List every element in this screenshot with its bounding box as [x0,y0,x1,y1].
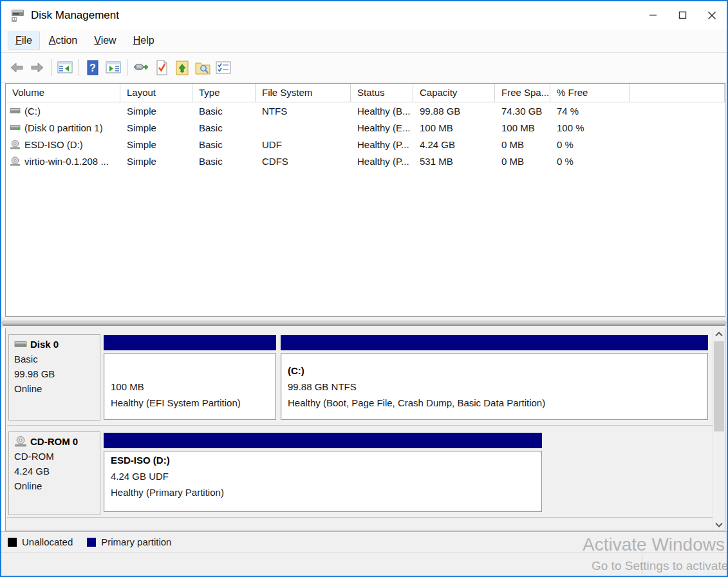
close-button[interactable] [697,1,727,29]
partition-efi[interactable]: 100 MB Healthy (EFI System Partition) [104,335,276,420]
table-row[interactable]: ESD-ISO (D:) Simple Basic UDF Healthy (P… [6,136,725,153]
menu-view[interactable]: View [86,32,124,50]
scroll-down-button[interactable] [713,519,725,531]
splitter-handle [3,321,725,326]
maximize-button[interactable] [667,1,697,29]
table-row[interactable]: virtio-win-0.1.208 ... Simple Basic CDFS… [6,153,725,169]
cell-layout: Simple [120,106,192,117]
open-folder-button[interactable] [172,57,192,78]
unallocated-swatch [8,538,17,547]
table-row[interactable]: (Disk 0 partition 1) Simple Basic Health… [6,119,725,136]
cell-pct-free: 74 % [550,106,630,117]
table-row[interactable]: (C:) Simple Basic NTFS Healthy (B... 99.… [6,102,725,119]
disk-size: 99.98 GB [14,366,95,381]
column-header-volume[interactable]: Volume [6,84,120,102]
menu-action[interactable]: Action [41,32,85,50]
disk-graph-pane: Disk 0 Basic 99.98 GB Online 100 MB Heal… [5,328,725,531]
activate-windows-watermark: Activate Windows [583,534,725,555]
cell-pct-free: 0 % [550,139,630,150]
disk-name: Disk 0 [30,339,59,350]
cell-type: Basic [192,156,256,167]
minimize-button[interactable] [638,1,667,29]
column-header-blank[interactable] [630,84,725,102]
volume-name: ESD-ISO (D:) [24,139,83,150]
toolbar-separator [51,59,51,76]
toolbar: ? [1,53,727,82]
volume-name: (Disk 0 partition 1) [24,122,103,133]
svg-text:?: ? [89,62,96,73]
volume-name: virtio-win-0.1.208 ... [24,156,109,167]
pane-splitter[interactable] [1,317,727,328]
cell-free-space: 0 MB [495,156,550,167]
back-button[interactable] [6,57,27,78]
column-header-layout[interactable]: Layout [120,84,192,102]
cell-layout: Simple [120,122,192,133]
cell-pct-free: 0 % [550,156,630,167]
help-icon: ? [84,59,101,76]
forward-icon [30,60,45,75]
toolbar-separator [79,59,79,76]
scrollbar-thumb[interactable] [714,341,724,431]
cell-pct-free: 100 % [550,122,630,133]
volume-list-pane: Volume Layout Type File System Status Ca… [5,83,725,317]
partition-color-bar [104,335,276,350]
cell-file-system: UDF [256,139,351,150]
partition-health: Healthy (Boot, Page File, Crash Dump, Ba… [288,395,701,411]
cell-free-space: 74.30 GB [495,106,550,117]
partition-size: 100 MB [111,379,269,395]
cell-free-space: 100 MB [495,122,550,133]
vertical-scrollbar[interactable] [713,328,724,531]
hard-drive-icon [10,124,21,132]
cell-capacity: 99.88 GB [413,106,495,117]
cell-file-system: CDFS [256,156,351,167]
scroll-up-button[interactable] [713,328,725,340]
disk-kind: CD-ROM [14,449,95,464]
window-title: Disk Management [31,9,119,22]
legend-label-primary-partition: Primary partition [101,536,171,547]
hard-drive-icon [10,107,21,115]
column-header-free-space[interactable]: Free Spa... [495,84,550,102]
disk-size: 4.24 GB [14,464,95,478]
menu-file[interactable]: File [8,32,40,50]
search-folder-button[interactable] [192,57,213,78]
disk-kind: Basic [14,352,95,366]
cell-status: Healthy (P... [351,139,413,150]
partition-esd-iso[interactable]: ESD-ISO (D:) 4.24 GB UDF Healthy (Primar… [104,433,542,514]
disk-state: Online [14,381,95,396]
column-header-file-system[interactable]: File System [256,84,351,102]
column-header-type[interactable]: Type [192,84,256,102]
show-action-pane-icon [105,59,122,76]
disk0-label-panel[interactable]: Disk 0 Basic 99.98 GB Online [8,334,100,421]
disk-management-window: Disk Management File Action View Help [0,0,728,577]
help-button[interactable]: ? [82,57,103,78]
cd-rom-icon [10,140,21,149]
column-header-capacity[interactable]: Capacity [413,84,495,102]
show-console-tree-button[interactable] [55,57,75,78]
disk-state: Online [14,478,95,493]
cell-layout: Simple [120,156,192,167]
properties-button[interactable] [213,57,234,78]
partition-color-bar [104,433,542,448]
volume-list-header: Volume Layout Type File System Status Ca… [6,84,725,102]
column-header-pct-free[interactable]: % Free [550,84,630,102]
show-action-pane-button[interactable] [103,57,124,78]
legend-label-unallocated: Unallocated [22,536,73,547]
cell-status: Healthy (B... [351,106,413,117]
forward-button[interactable] [27,57,48,78]
partition-color-bar [281,335,708,350]
cell-free-space: 0 MB [495,139,550,150]
disk-name: CD-ROM 0 [30,436,78,447]
partition-c[interactable]: (C:) 99.88 GB NTFS Healthy (Boot, Page F… [281,335,708,420]
rescan-disks-button[interactable] [131,57,151,78]
disk-management-app-icon [9,7,26,24]
folder-magnifier-icon [194,59,211,76]
back-icon [9,60,24,75]
check-document-icon [153,59,170,76]
column-header-status[interactable]: Status [351,84,413,102]
check-disk-button[interactable] [151,57,172,78]
menu-help[interactable]: Help [126,32,162,50]
cell-file-system: NTFS [256,106,351,117]
cdrom0-label-panel[interactable]: CD-ROM 0 CD-ROM 4.24 GB Online [8,431,100,515]
partition-name: ESD-ISO (D:) [111,452,535,468]
chevron-up-icon [715,332,723,337]
